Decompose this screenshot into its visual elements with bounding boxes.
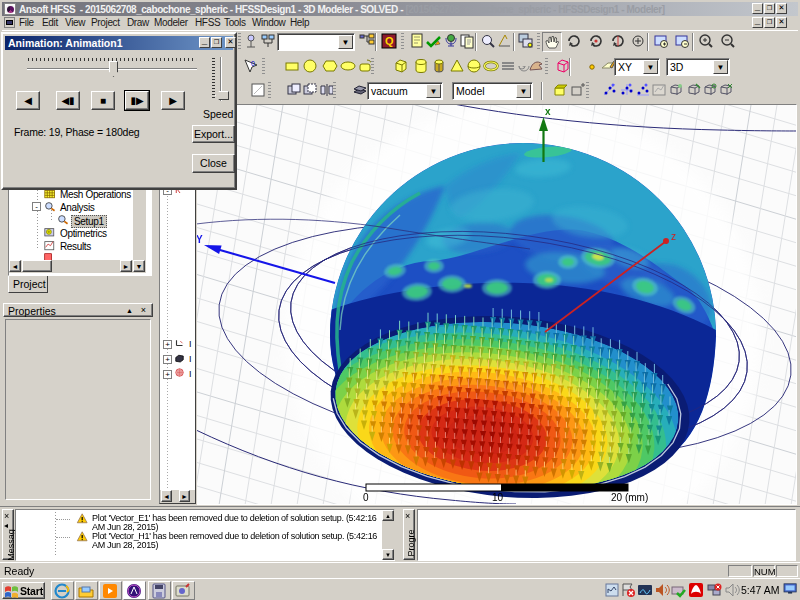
svg-text:z: z: [671, 231, 676, 242]
svg-text:10: 10: [492, 492, 504, 503]
svg-text:x: x: [545, 106, 551, 117]
svg-text:0: 0: [251, 60, 255, 67]
svg-text:20 (mm): 20 (mm): [611, 492, 648, 503]
svg-text:Q: Q: [385, 35, 394, 47]
svg-text:0: 0: [363, 492, 369, 503]
svg-text:Y: Y: [197, 234, 203, 245]
